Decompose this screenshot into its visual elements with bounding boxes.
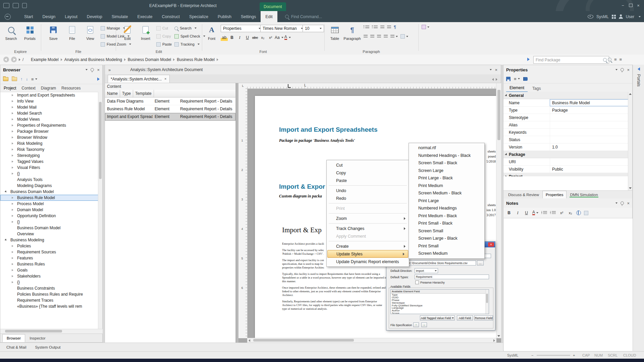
tree-hscroll-thumb[interactable] [5, 330, 62, 333]
add-tagged-value-field-button[interactable]: Add Tagged Value Field [420, 315, 455, 320]
properties-pin-icon[interactable] [621, 68, 624, 71]
justify-icon[interactable] [384, 35, 388, 38]
tree-item[interactable]: Domain Model [0, 207, 99, 213]
search-ribbon-button[interactable]: Search [2, 24, 20, 46]
file-button[interactable]: File [63, 24, 81, 46]
styles-extra-button[interactable] [422, 25, 429, 29]
tab-stop-marker[interactable]: L [304, 83, 306, 87]
output-tab[interactable]: Chat & Mail [2, 343, 31, 351]
customize-toolbar-icon[interactable] [22, 3, 27, 8]
style-menu-item[interactable]: Screen Small [409, 227, 484, 235]
expand-arrow-icon[interactable] [12, 269, 13, 271]
tree-item[interactable]: Business Modeling [0, 237, 99, 243]
align-left-icon[interactable] [364, 35, 368, 38]
scroll-up-icon[interactable] [629, 93, 632, 95]
context-menu-item[interactable]: Paste [327, 177, 409, 184]
expand-arrow-icon[interactable] [12, 263, 13, 265]
expand-arrow-icon[interactable] [12, 161, 13, 163]
tree-item[interactable]: Process Model [0, 201, 99, 207]
tree-item[interactable]: Import and Export Spreadsheets [0, 92, 99, 98]
document-badge[interactable]: Document [260, 2, 286, 11]
user-label[interactable]: User [626, 14, 634, 19]
breadcrumb-item[interactable]: Analysis and Business Modeling [64, 57, 122, 62]
property-row[interactable]: URI [503, 158, 629, 166]
context-menu-item[interactable]: Redo [327, 194, 409, 202]
notes-editor[interactable] [504, 219, 633, 351]
perspective-eye-icon[interactable] [588, 15, 593, 18]
context-menu-item[interactable] [327, 184, 409, 187]
properties-save-icon[interactable] [506, 77, 511, 81]
tree-item[interactable]: Tagged Values [0, 159, 99, 165]
property-value[interactable] [550, 158, 629, 165]
properties-docs-icon[interactable] [523, 77, 528, 81]
field-item[interactable]: Scope [391, 312, 489, 314]
property-row[interactable]: Stereotype [503, 114, 629, 121]
show-formatting-icon[interactable]: ¶ [394, 25, 396, 29]
properties-bottom-tab[interactable]: Properties [542, 191, 567, 198]
expand-arrow-icon[interactable] [12, 173, 13, 175]
expand-arrow-icon[interactable] [12, 106, 13, 108]
bold-button[interactable]: B [228, 34, 235, 41]
style-menu-item[interactable]: Numbered Headings - Black [409, 152, 484, 160]
quick-access-icon[interactable] [13, 3, 19, 8]
property-value[interactable] [550, 114, 629, 121]
tree-item[interactable]: Policies Business Rules and Require [0, 291, 99, 297]
bullet-list-icon[interactable] [365, 25, 369, 29]
tree-horizontal-scrollbar[interactable] [0, 329, 103, 334]
breadcrumb-item[interactable]: Business Rule Model [177, 57, 215, 62]
field-item[interactable]: Fully Qualified Stereotype [391, 304, 489, 307]
expand-arrow-icon[interactable] [12, 167, 13, 169]
breadcrumb-item[interactable]: Example Model [31, 57, 59, 62]
context-menu-item[interactable]: Print [327, 204, 409, 212]
horizontal-ruler[interactable]: L [247, 83, 496, 89]
file-path-field[interactable]: C:\Documents\Online Store Requirements.c… [408, 260, 476, 265]
editor-hscroll-thumb[interactable] [253, 339, 354, 342]
browser-close-icon[interactable]: × [97, 68, 100, 72]
editor-vertical-scrollbar[interactable] [496, 83, 501, 338]
field-item[interactable]: Type [391, 294, 489, 296]
context-menu-item[interactable] [327, 222, 409, 225]
notes-close-icon[interactable]: × [627, 201, 630, 205]
tree-item[interactable]: Overview [0, 231, 99, 237]
tree-item[interactable]: Stereotyping [0, 153, 99, 159]
style-menu-item[interactable]: Print Large [409, 197, 484, 205]
tree-item[interactable]: {} [0, 279, 99, 285]
style-menu-item[interactable]: Print Large - Black [409, 174, 484, 182]
expand-arrow-icon[interactable] [12, 197, 13, 199]
window-list-icon[interactable]: ≡ [620, 57, 622, 62]
scroll-right-icon[interactable] [493, 339, 495, 342]
context-menu-item[interactable]: Track Changes [327, 225, 409, 232]
scroll-down-icon[interactable] [497, 335, 500, 337]
tree-item[interactable]: {} [0, 219, 99, 225]
content-column-header[interactable]: Type [120, 90, 133, 97]
field-item[interactable]: Language [391, 307, 489, 309]
tree-scroll-thumb[interactable] [99, 102, 102, 179]
tree-item[interactable]: Policies [0, 243, 99, 249]
browser-tab[interactable]: Diagram [41, 86, 56, 90]
user-menu-caret-icon[interactable] [639, 16, 641, 17]
style-menu-item[interactable]: Print Small [409, 242, 484, 250]
font-family-select[interactable]: Times New Roman [260, 25, 305, 32]
tree-item[interactable]: Modeling Diagrams [0, 183, 99, 189]
breadcrumb-entry[interactable]: Business Rule Model [175, 57, 219, 62]
property-row[interactable]: Visibility Public [503, 166, 629, 173]
vertical-ruler[interactable]: 1 2 3 4 5 6 [238, 88, 248, 338]
zoom-slider[interactable] [537, 355, 570, 356]
property-row[interactable]: Version 1.0 [503, 143, 629, 151]
open-package-icon[interactable] [12, 77, 17, 81]
font-size-select[interactable]: 10 [303, 25, 324, 32]
expand-arrow-icon[interactable] [12, 275, 13, 277]
tree-item[interactable]: Business Domain Model [0, 225, 99, 231]
scroll-left-icon[interactable] [249, 339, 250, 342]
expand-arrow-icon[interactable] [12, 245, 13, 247]
notes-hyperlink-icon[interactable] [576, 210, 581, 215]
italic-button[interactable]: I [236, 34, 243, 41]
view-button[interactable]: View [81, 24, 99, 46]
panel-bottom-tab[interactable]: Browser [2, 334, 25, 342]
notes-insert-table-icon[interactable] [584, 211, 588, 215]
tree-item[interactable]: Goals [0, 267, 99, 273]
expand-arrow-icon[interactable] [12, 221, 13, 223]
ribbon-tab[interactable]: Construct [157, 11, 185, 22]
app-icon[interactable] [3, 3, 9, 8]
font-color-button[interactable]: A [284, 34, 291, 41]
